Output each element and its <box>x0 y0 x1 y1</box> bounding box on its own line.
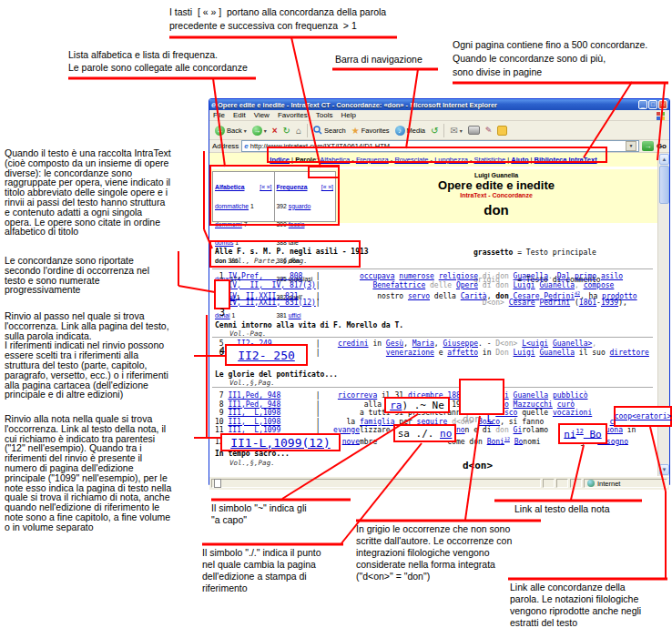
text-link[interactable]: Luigi <box>514 349 535 357</box>
concordance-row[interactable]: 2 IV, II, IV, 817(3)| Benefattrice delle… <box>215 281 614 289</box>
history-button[interactable]: ↺ <box>428 122 441 138</box>
magnified-footnote-ref[interactable]: II1-L,1099(12) <box>220 433 341 451</box>
minimize-button[interactable]: _ <box>638 100 647 109</box>
text-link[interactable]: numerose <box>399 272 434 280</box>
text-link[interactable]: IV,Pref, , 808 <box>228 272 302 280</box>
text-link[interactable]: compose <box>584 281 615 289</box>
magnified-passage-ref[interactable]: II2- 250 <box>225 344 308 366</box>
menu-bar: File Edit View Favorites Tools Help <box>209 110 669 121</box>
go-icon[interactable]: → <box>642 141 654 151</box>
text-link[interactable]: affetto <box>447 349 478 357</box>
text-link[interactable]: II1,Ped, 948 <box>228 400 280 409</box>
text-link[interactable]: IV, II, IV, 817(3) <box>228 281 315 289</box>
text-link[interactable]: religiose <box>439 272 478 280</box>
text-link[interactable]: famiglia <box>360 418 395 426</box>
text-link[interactable]: ra <box>390 400 402 411</box>
magnified-note-call-excerpt[interactable]: ni12 Bo <box>558 423 607 444</box>
text-link[interactable]: 1939 <box>601 299 618 307</box>
text-link[interactable]: credini <box>338 339 369 348</box>
title-bar[interactable]: e Opere edite e inedite - IntraText CT -… <box>209 99 669 110</box>
text-link[interactable]: II1, L,1098 <box>228 418 280 426</box>
address-dropdown-button[interactable]: ▼ <box>626 141 636 151</box>
text-link[interactable]: Guanella <box>514 391 549 400</box>
menu-edit[interactable]: Edit <box>233 111 246 119</box>
menu-view[interactable]: View <box>254 111 270 119</box>
text-link[interactable]: 12 <box>576 428 584 435</box>
text-link[interactable]: Gesù <box>386 339 403 348</box>
forward-button[interactable]: → ▾ <box>249 122 270 138</box>
text-link[interactable]: no <box>440 428 452 440</box>
text-link[interactable]: vocazioni <box>553 409 592 417</box>
text-link[interactable]: Dal <box>557 272 570 280</box>
search-button[interactable]: Search <box>311 122 349 138</box>
concordance-row[interactable]: 1 IV,Pref, , 808 | occupava numerose rel… <box>215 272 623 280</box>
menu-help[interactable]: Help <box>341 111 355 119</box>
history-icon: ↺ <box>431 126 438 136</box>
go-label[interactable]: Go <box>657 142 667 150</box>
text-link[interactable]: Giuseppe <box>443 339 479 348</box>
favorites-button[interactable]: ★ Favorites <box>349 122 392 138</box>
text-link[interactable]: Bo <box>514 437 524 445</box>
text-link[interactable]: Guanella> <box>553 339 592 348</box>
text-run: d<on> <box>463 460 493 471</box>
text-link[interactable]: Luigi <box>514 281 535 289</box>
text-run: 9 <box>215 409 228 417</box>
text-link[interactable]: Pedrini <box>539 299 570 307</box>
magnified-word-link-excerpt[interactable]: coop<eratori> <box>614 406 672 427</box>
text-link[interactable]: occupava <box>360 272 395 280</box>
menu-tools[interactable]: Tools <box>316 111 333 119</box>
text-link[interactable]: pubblicò <box>553 391 588 400</box>
vertical-scrollbar[interactable]: ▲ ▼ <box>657 153 669 476</box>
text-link[interactable]: II1,Ped, 948 <box>228 391 280 400</box>
work-title: Cenni intorno alla vita di F. Morello da… <box>215 321 403 329</box>
text-link[interactable]: primo <box>575 272 596 280</box>
mail-button[interactable]: ✉▾ <box>447 122 464 138</box>
text-link[interactable]: II1, L,1098 <box>228 409 280 417</box>
text-link[interactable]: Benefattrice <box>372 281 425 289</box>
text-link[interactable]: direttore <box>610 349 649 357</box>
stop-button[interactable]: × <box>270 122 280 138</box>
text-link[interactable]: uffici <box>289 312 301 319</box>
text-link[interactable]: Guanella <box>514 272 549 280</box>
text-link[interactable]: venerazione <box>386 349 434 357</box>
menu-favorites[interactable]: Favorites <box>278 111 308 119</box>
back-button[interactable]: ← Back ▾ <box>212 122 249 138</box>
text-link[interactable]: Mazzucchi <box>514 400 553 409</box>
text-link[interactable]: 1861 <box>579 299 596 307</box>
text-link[interactable]: asilo <box>601 272 623 280</box>
text-link[interactable]: Opere <box>456 281 478 289</box>
text-link[interactable]: curò <box>557 400 575 409</box>
text-link[interactable]: II2- 250 <box>238 349 295 362</box>
text-link[interactable]: Guanella <box>539 281 575 289</box>
word-list-item[interactable]: 381 uffici <box>277 313 334 319</box>
menu-file[interactable]: File <box>213 111 225 119</box>
text-link[interactable]: Maria <box>412 339 434 348</box>
text-link[interactable]: L <box>487 413 494 425</box>
text-link[interactable]: ni <box>564 428 575 440</box>
document-header: Luigi Guanella Opere edite e inedite Int… <box>337 169 656 218</box>
text-link[interactable]: II1-L,1099(12) <box>230 436 331 450</box>
text-run: | <box>280 400 324 409</box>
edit-button[interactable]: ✎ <box>483 122 495 138</box>
messenger-button[interactable] <box>494 122 510 138</box>
back-label: Back <box>227 127 242 135</box>
media-button[interactable]: ♪ Media <box>392 122 428 138</box>
maximize-button[interactable]: □ <box>648 100 657 109</box>
text-link[interactable]: L<uigi <box>522 339 548 348</box>
close-button[interactable]: × <box>658 100 667 109</box>
text-link[interactable]: ricorreva <box>338 391 377 400</box>
text-link[interactable]: Gi <box>514 426 523 434</box>
text-link[interactable]: Cesare <box>509 299 535 307</box>
refresh-button[interactable]: ↻ <box>280 122 293 138</box>
text-link[interactable]: Bo <box>584 428 602 440</box>
print-button[interactable] <box>465 122 483 138</box>
text-link[interactable]: nove <box>342 437 360 445</box>
text-link[interactable]: coop<eratori> <box>615 412 672 420</box>
scrollbar-thumb[interactable] <box>659 166 669 204</box>
text-link[interactable]: Guanella <box>539 349 575 357</box>
text-run: , si fanno <box>500 418 548 426</box>
scroll-up-icon[interactable]: ▲ <box>659 154 669 165</box>
home-button[interactable]: ⌂ <box>293 122 304 138</box>
scroll-down-icon[interactable]: ▼ <box>659 464 669 475</box>
concordance-row[interactable]: 4 IV, II,XXII, 831(12)| D<on> Cesare Ped… <box>215 299 627 307</box>
